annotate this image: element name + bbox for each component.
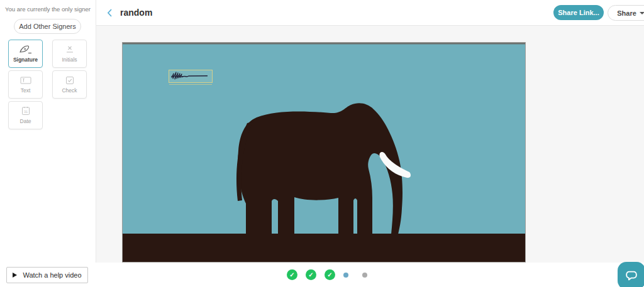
initials-x-icon xyxy=(64,45,76,54)
share-link-button[interactable]: Share Link... xyxy=(553,5,604,20)
pen-nib-icon xyxy=(19,45,32,54)
svg-text:31: 31 xyxy=(23,110,27,114)
signature-scribble xyxy=(169,70,212,82)
watch-help-video-button[interactable]: Watch a help video xyxy=(6,267,88,283)
page-dot-2[interactable] xyxy=(306,269,316,280)
add-other-signers-button[interactable]: Add Other Signers xyxy=(14,19,81,34)
tool-check[interactable]: Check xyxy=(52,70,87,99)
tool-signature[interactable]: Signature xyxy=(8,40,43,68)
tool-label: Check xyxy=(62,87,77,94)
signature-field[interactable] xyxy=(169,70,213,83)
ground-bar xyxy=(123,234,525,262)
page-dot-5[interactable] xyxy=(362,273,367,278)
page-dot-1[interactable] xyxy=(287,269,297,280)
document-page[interactable] xyxy=(123,43,525,262)
chat-launcher-button[interactable] xyxy=(618,262,644,287)
caret-down-icon xyxy=(640,12,644,14)
page-top-edge xyxy=(123,43,525,45)
play-icon xyxy=(13,273,17,278)
share-dropdown-button[interactable]: Share xyxy=(608,5,644,21)
tool-label: Date xyxy=(20,118,31,124)
page-dot-4[interactable] xyxy=(343,273,348,278)
checkbox-check-icon xyxy=(64,76,76,85)
tool-label: Initials xyxy=(62,57,77,63)
page-dot-3[interactable] xyxy=(325,269,335,280)
sidebar: You are currently the only signer Add Ot… xyxy=(0,0,96,263)
chat-bubble-icon xyxy=(625,269,638,283)
text-cursor-box-icon xyxy=(19,76,32,85)
app-window: You are currently the only signer Add Ot… xyxy=(0,0,644,287)
help-video-label: Watch a help video xyxy=(23,271,81,279)
top-bar: random Share Link... Share xyxy=(96,0,644,26)
field-tools-grid: Signature Initials Text xyxy=(8,40,87,129)
back-button[interactable] xyxy=(103,6,116,19)
tool-text[interactable]: Text xyxy=(8,70,43,99)
tool-initials[interactable]: Initials xyxy=(52,40,87,68)
calendar-icon: 31 xyxy=(19,106,32,116)
tool-label: Text xyxy=(21,87,31,94)
share-dropdown-label: Share xyxy=(617,9,636,17)
document-title: random xyxy=(120,8,152,18)
signer-note: You are currently the only signer xyxy=(0,6,96,13)
tool-label: Signature xyxy=(13,57,38,63)
tool-date[interactable]: 31 Date xyxy=(8,101,43,129)
chevron-left-icon xyxy=(106,8,113,18)
